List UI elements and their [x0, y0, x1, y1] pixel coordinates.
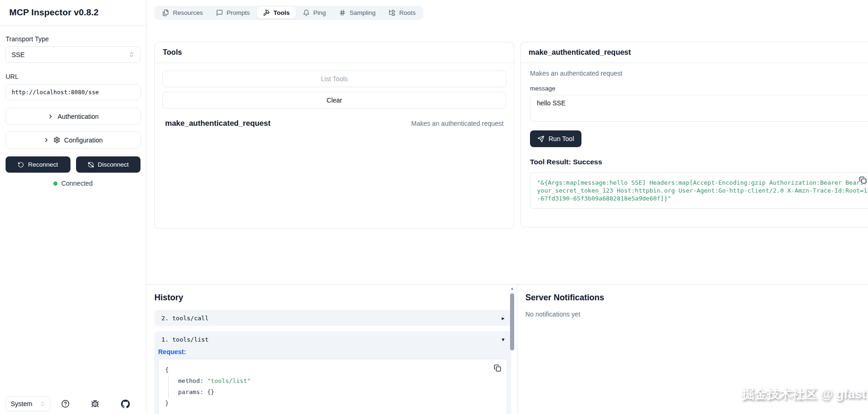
main-area: Resources Prompts Tools Ping Sampling Ro…: [147, 0, 868, 414]
authentication-label: Authentication: [57, 113, 99, 120]
github-icon[interactable]: [121, 400, 130, 408]
help-icon[interactable]: [61, 400, 70, 408]
rotate-ccw-icon: [18, 162, 24, 168]
run-tool-label: Run Tool: [549, 135, 574, 142]
clear-tools-button[interactable]: Clear: [162, 92, 506, 109]
history-panel: History 2. tools/call ▶ 1. tools/list ▼ …: [154, 285, 511, 414]
history-title: History: [154, 293, 511, 303]
refresh-off-icon: [88, 162, 94, 168]
reconnect-button[interactable]: Reconnect: [6, 156, 70, 173]
watermark: 掘金技术社区 @ gfast: [742, 386, 866, 402]
disconnect-label: Disconnect: [98, 161, 129, 168]
tool-detail-description: Makes an authenticated request: [530, 70, 868, 77]
folder-tree-icon: [389, 9, 396, 16]
tab-label: Roots: [399, 9, 415, 16]
transport-type-label: Transport Type: [6, 35, 140, 43]
transport-type-value: SSE: [12, 51, 25, 58]
gear-icon: [53, 136, 60, 143]
reconnect-label: Reconnect: [28, 161, 58, 168]
history-scrollbar[interactable]: ▲: [509, 286, 515, 413]
json-open-brace: {: [165, 364, 501, 375]
json-close-brace: }: [165, 398, 501, 409]
tab-label: Sampling: [350, 9, 376, 16]
tab-prompts[interactable]: Prompts: [210, 7, 256, 19]
tool-result-title: Tool Result: Success: [530, 158, 868, 166]
scrollbar-thumb[interactable]: [510, 293, 514, 350]
status-label: Connected: [61, 180, 93, 187]
message-input[interactable]: hello SSE: [530, 95, 868, 122]
copy-icon[interactable]: [859, 176, 867, 184]
tool-detail-panel: make_authenticated_request Makes an auth…: [520, 42, 868, 227]
request-code-block: { method: "tools/list" params: {} }: [158, 359, 508, 414]
server-notifications-panel: Server Notifications No notifications ye…: [525, 285, 868, 318]
json-method-line: method: "tools/list": [178, 375, 501, 387]
param-label: message: [530, 85, 868, 92]
tab-sampling[interactable]: Sampling: [333, 7, 382, 19]
tool-description: Makes an authenticated request: [411, 120, 504, 127]
theme-select[interactable]: System: [6, 396, 51, 411]
bell-icon: [303, 9, 310, 16]
chevron-right-icon: [43, 137, 50, 143]
chevrons-up-down-icon: [40, 401, 45, 407]
tools-panel-title: Tools: [155, 42, 514, 63]
triangle-right-icon: ▶: [502, 316, 504, 321]
tab-resources[interactable]: Resources: [156, 7, 209, 19]
authentication-toggle[interactable]: Authentication: [6, 108, 140, 125]
hash-icon: [339, 9, 346, 16]
request-label: Request:: [154, 347, 511, 359]
pane-divider[interactable]: [517, 285, 517, 414]
configuration-toggle[interactable]: Configuration: [6, 131, 140, 149]
tab-ping[interactable]: Ping: [297, 7, 332, 19]
chevrons-up-down-icon: [128, 52, 134, 58]
tab-label: Resources: [173, 9, 203, 16]
tab-label: Ping: [313, 9, 326, 16]
theme-value: System: [11, 400, 32, 408]
tab-label: Tools: [274, 9, 290, 16]
sidebar: MCP Inspector v0.8.2 Transport Type SSE …: [0, 0, 147, 414]
json-params-line: params: {}: [178, 387, 501, 398]
copy-icon[interactable]: [494, 364, 501, 372]
json-method-value: "tools/list": [207, 377, 251, 384]
history-item-tools-list[interactable]: 1. tools/list ▼ Request: { method: "tool…: [154, 331, 511, 414]
tab-tools[interactable]: Tools: [257, 7, 296, 19]
server-notifications-title: Server Notifications: [525, 293, 868, 303]
history-item-label: 1. tools/list: [161, 336, 209, 343]
scroll-up-icon[interactable]: ▲: [511, 286, 514, 291]
url-input[interactable]: [6, 84, 140, 100]
connection-status: Connected: [6, 180, 140, 187]
tool-result-block: "&{Args:map[message:hello SSE] Headers:m…: [530, 172, 868, 209]
hammer-icon: [263, 9, 270, 16]
tool-name: make_authenticated_request: [165, 119, 270, 128]
disconnect-button[interactable]: Disconnect: [76, 156, 141, 173]
tool-list-item[interactable]: make_authenticated_request Makes an auth…: [162, 119, 506, 128]
tab-roots[interactable]: Roots: [383, 7, 421, 19]
tab-label: Prompts: [227, 9, 250, 16]
url-label: URL: [6, 73, 140, 80]
configuration-label: Configuration: [64, 136, 102, 144]
tab-bar: Resources Prompts Tools Ping Sampling Ro…: [154, 6, 423, 20]
status-dot-icon: [53, 181, 57, 186]
files-icon: [162, 9, 169, 16]
bug-icon[interactable]: [91, 400, 99, 408]
chevron-right-icon: [47, 113, 54, 120]
triangle-down-icon: ▼: [502, 337, 504, 342]
history-item-label: 2. tools/call: [161, 315, 209, 322]
message-square-icon: [216, 9, 223, 16]
run-tool-button[interactable]: Run Tool: [530, 130, 581, 147]
list-tools-button[interactable]: List Tools: [162, 71, 506, 87]
notifications-empty-text: No notifications yet: [525, 310, 868, 318]
transport-type-select[interactable]: SSE: [6, 46, 140, 63]
app-title: MCP Inspector v0.8.2: [0, 0, 146, 26]
tools-panel: Tools List Tools Clear make_authenticate…: [154, 42, 514, 229]
history-item-tools-call[interactable]: 2. tools/call ▶: [154, 310, 511, 326]
send-icon: [537, 136, 544, 142]
tool-result-text: "&{Args:map[message:hello SSE] Headers:m…: [537, 179, 868, 202]
tool-detail-title: make_authenticated_request: [521, 42, 868, 63]
